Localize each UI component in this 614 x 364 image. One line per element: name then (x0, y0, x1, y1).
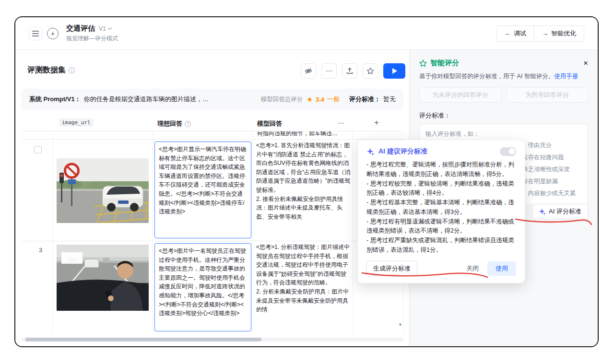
score-standard-label: 评分标准： (349, 95, 380, 104)
menu-icon[interactable] (29, 27, 42, 40)
criteria-item: - 思考过程严重缺失或逻辑混乱，判断结果错误且违规类别错误，表达混乱，得1分。 (366, 236, 516, 255)
system-prompt-text: 你的任务是根据交通道路车辆的图片描述，… (84, 95, 209, 104)
column-header-ideal-answer[interactable]: 理想回答 ? (157, 119, 191, 128)
criteria-item: - 思考过程完整、逻辑清晰，按照步骤对照标准分析，判断结果准确，违规类别正确，表… (366, 160, 516, 179)
row-divider (22, 139, 403, 140)
rating-star-icon: ★ (307, 95, 313, 103)
ai-sparkle-icon (366, 148, 375, 156)
dataset-title: 评测数据集 i (27, 65, 75, 75)
column-divider (253, 115, 253, 333)
scroll-down-icon[interactable]: ▼ (398, 322, 402, 327)
driver-phone-image (57, 245, 149, 311)
dataset-toolbar: ⋯ (301, 63, 405, 79)
star-icon (366, 67, 374, 75)
panel-title: 智能评分 (430, 59, 459, 68)
generate-standard-button[interactable]: 生成评分标准 (366, 261, 417, 276)
upload-icon (346, 67, 354, 75)
toggle-knob (508, 148, 515, 155)
table-header: image_url 理想回答 ? 模型回答 ⋯ + (22, 115, 403, 131)
popup-body: - 思考过程完整、逻辑清晰，按照步骤对照标准分析，判断结果准确，违规类别正确，表… (366, 160, 516, 255)
header-left: + 交通评估 V1 视觉理解—评分模式 (29, 24, 118, 43)
criteria-item: - 思考过程有明显遗漏或逻辑不清晰，判断结果不准确或违规类别错误，表达不清晰，得… (366, 217, 516, 236)
system-prompt-label: 系统 Prompt/V1： (29, 95, 81, 104)
page-subtitle: 视觉理解—评分模式 (66, 35, 118, 43)
example-fragment: ，理由充分 (522, 141, 552, 150)
ai-suggest-popup: AI 建议评分标准 - 思考过程完整、逻辑清晰，按照步骤对照标准分析，判断结果准… (357, 140, 525, 283)
header-actions: ← 调试 → 智能优化 (496, 25, 584, 42)
popup-close-button[interactable]: 关闭 (464, 261, 481, 276)
total-score-value: 3.4 (316, 96, 324, 103)
previous-row-tail: 何指向违规的细节，如车辆违… (257, 131, 351, 139)
ai-sparkle-icon (539, 208, 546, 215)
green-star-icon (419, 59, 427, 67)
row-divider (22, 241, 403, 241)
popup-header: AI 建议评分标准 (366, 147, 516, 156)
dataset-table: image_url 理想回答 ? 模型回答 ⋯ + 何指向违规的细节，如车辆违… (22, 115, 403, 333)
app-header: + 交通评估 V1 视觉理解—评分模式 ← 调试 → 智能优化 (15, 17, 598, 50)
version-selector[interactable]: V1 (99, 25, 111, 32)
use-button[interactable]: 使用 (487, 261, 516, 276)
total-score-level: 一般 (327, 95, 340, 104)
row-number: 3 (39, 247, 42, 254)
score-all-button[interactable]: 为所有回答评分 (506, 87, 588, 103)
more-icon: ⋯ (326, 67, 333, 75)
favorite-button[interactable] (363, 63, 378, 79)
panel-description: 基于你对模型回答的评分标准，用于 AI 智能评分。使用手册 (419, 72, 588, 81)
app-window: + 交通评估 V1 视觉理解—评分模式 ← 调试 → 智能优化 (14, 16, 599, 347)
close-icon[interactable]: × (583, 59, 588, 67)
column-divider (353, 115, 353, 333)
example-fragment: 缺乏清晰性或深度 (522, 165, 570, 174)
standard-label: 评分标准： (419, 111, 588, 120)
main-area: 评测数据集 i ⋯ 系统 Prompt/V1： 你的任务是根据交通道路车辆的图片… (15, 50, 409, 346)
criteria-item: - 思考过程较完整，逻辑较清晰，判断结果准确，违规类别正确，表达较清晰，得4分。 (366, 179, 516, 199)
eye-off-icon (305, 67, 312, 75)
horizontal-scrollbar-track (22, 338, 403, 341)
title-block: 交通评估 V1 视觉理解—评分模式 (66, 24, 118, 43)
score-standard-value: 暂无 (383, 95, 396, 104)
info-icon[interactable]: i (69, 67, 75, 73)
manual-link[interactable]: 使用手册 (554, 73, 578, 80)
column-header-image-url[interactable]: image_url (59, 118, 94, 127)
smart-optimize-button[interactable]: → 智能优化 (534, 26, 584, 41)
more-button[interactable]: ⋯ (321, 63, 337, 79)
model-answer-cell: <思考>1. 分析违规驾驶：图片描述中驾驶员在驾驶过程中手持手机，根据交通法规，… (256, 243, 351, 332)
add-column-button[interactable]: + (371, 117, 382, 129)
popup-title: AI 建议评分标准 (378, 147, 427, 156)
cell-image-driver-phone[interactable] (57, 245, 149, 311)
arrow-left-icon: ← (505, 30, 511, 37)
column-header-model-answer[interactable]: 模型回答 (257, 119, 282, 128)
upload-button[interactable] (342, 63, 357, 79)
column-divider (53, 115, 53, 333)
help-icon[interactable]: ? (185, 121, 191, 127)
arrow-right-icon: → (542, 30, 548, 37)
example-fragment: 仅存在轻微问题 (522, 153, 564, 162)
system-prompt-bar[interactable]: 系统 Prompt/V1： 你的任务是根据交通道路车辆的图片描述，… 模型回答总… (22, 89, 403, 110)
hide-column-button[interactable] (301, 63, 316, 79)
play-icon (392, 68, 397, 74)
row-checkbox[interactable] (34, 146, 42, 153)
page-title: 交通评估 (66, 24, 95, 33)
criteria-item: - 思考过程基本完整，逻辑基本清晰，判断结果准确，违规类别正确，表达基本清晰，得… (366, 198, 516, 217)
panel-buttons: 为未评分的回答评分 为所有回答评分 (419, 87, 588, 103)
column-more-icon[interactable]: ⋯ (336, 117, 346, 128)
column-divider (153, 115, 153, 333)
total-score-label: 模型回答总评分 (261, 95, 303, 104)
panel-header: 智能评分 × (419, 59, 588, 68)
run-button[interactable] (383, 63, 405, 79)
cell-image-traffic-scene[interactable] (57, 158, 149, 223)
textarea-placeholder: 输入评分标准，如： (425, 130, 480, 137)
add-icon[interactable]: + (47, 28, 59, 39)
score-unrated-button[interactable]: 为未评分的回答评分 (419, 87, 501, 103)
traffic-scene-image (57, 158, 149, 223)
chevron-down-icon (107, 26, 111, 30)
example-fragment: ，内容极少或无关紧 (522, 189, 576, 198)
example-fragment: 存在明显缺漏 (522, 177, 558, 186)
toggle-switch[interactable] (500, 147, 516, 156)
popup-footer: 生成评分标准 关闭 使用 (366, 261, 516, 276)
debug-button[interactable]: ← 调试 (497, 26, 534, 41)
ideal-answer-cell[interactable]: <思考>图片显示一辆汽车停在明确标有禁止停车标志的区域。这个区域可能是为了保持交… (154, 141, 251, 238)
horizontal-scrollbar-thumb[interactable] (25, 338, 261, 341)
ideal-answer-cell[interactable]: <思考>图片中一名驾驶员正在驾驶过程中使用手机。这种行为严重分散驾驶注意力，是导… (154, 243, 251, 331)
ai-standard-button[interactable]: AI 评分标准 (532, 204, 588, 219)
model-answer-cell: <思考>1. 首先分析违规驾驶情况：图片中有“消防通道 禁止占用”的标志，而白色… (256, 141, 351, 240)
